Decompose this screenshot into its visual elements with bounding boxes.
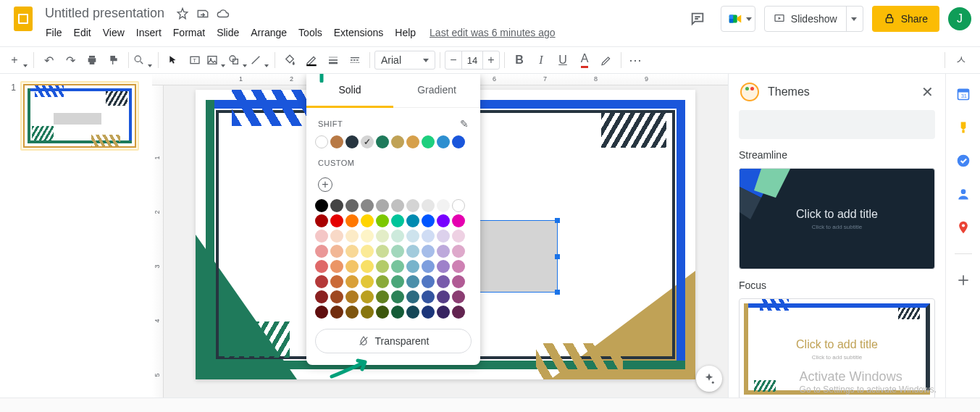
keep-icon[interactable] <box>956 120 971 135</box>
select-tool[interactable] <box>163 50 183 70</box>
palette-swatch[interactable] <box>406 260 419 273</box>
palette-swatch[interactable] <box>406 199 419 212</box>
palette-swatch[interactable] <box>422 199 435 212</box>
underline-button[interactable]: U <box>553 50 573 70</box>
palette-swatch[interactable] <box>361 214 374 227</box>
palette-swatch[interactable] <box>376 275 389 288</box>
bold-button[interactable]: B <box>509 50 529 70</box>
palette-swatch[interactable] <box>315 230 328 243</box>
italic-button[interactable]: I <box>531 50 551 70</box>
palette-swatch[interactable] <box>345 245 359 258</box>
menu-tools[interactable]: Tools <box>293 24 327 41</box>
border-color-button[interactable] <box>301 50 322 70</box>
palette-swatch[interactable] <box>452 245 465 258</box>
palette-swatch[interactable] <box>391 245 404 258</box>
slide-thumbnail-1[interactable] <box>20 81 139 151</box>
palette-swatch[interactable] <box>330 230 343 243</box>
palette-swatch[interactable] <box>437 275 450 288</box>
palette-swatch[interactable] <box>422 260 435 273</box>
palette-swatch[interactable] <box>361 260 374 273</box>
palette-swatch[interactable] <box>330 245 343 258</box>
palette-swatch[interactable] <box>345 230 359 243</box>
theme-swatch[interactable]: ✓ <box>361 135 374 148</box>
zoom-button[interactable] <box>133 50 154 70</box>
menu-slide[interactable]: Slide <box>212 24 244 41</box>
palette-swatch[interactable] <box>345 260 359 273</box>
shape-tool[interactable] <box>228 50 248 70</box>
highlight-button[interactable] <box>596 50 616 70</box>
last-edit-link[interactable]: Last edit was 6 minutes ago <box>430 27 556 38</box>
theme-swatch[interactable] <box>452 135 465 148</box>
palette-swatch[interactable] <box>391 306 404 319</box>
palette-swatch[interactable] <box>345 214 359 227</box>
cloud-status-icon[interactable] <box>217 7 230 20</box>
palette-swatch[interactable] <box>376 290 389 303</box>
theme-swatch[interactable] <box>437 135 450 148</box>
menu-arrange[interactable]: Arrange <box>246 24 292 41</box>
palette-swatch[interactable] <box>345 290 359 303</box>
palette-swatch[interactable] <box>376 306 389 319</box>
calendar-icon[interactable]: 31 <box>956 87 971 101</box>
edit-theme-colors-icon[interactable]: ✎ <box>460 118 469 130</box>
palette-swatch[interactable] <box>376 260 389 273</box>
palette-swatch[interactable] <box>437 245 450 258</box>
gradient-tab[interactable]: Gradient <box>393 74 480 107</box>
palette-swatch[interactable] <box>315 245 328 258</box>
palette-swatch[interactable] <box>391 230 404 243</box>
slideshow-button[interactable]: Slideshow <box>764 6 847 32</box>
palette-swatch[interactable] <box>391 260 404 273</box>
palette-swatch[interactable] <box>422 306 435 319</box>
theme-swatch[interactable] <box>391 135 404 148</box>
palette-swatch[interactable] <box>437 306 450 319</box>
menu-insert[interactable]: Insert <box>131 24 167 41</box>
palette-swatch[interactable] <box>437 260 450 273</box>
theme-swatch[interactable] <box>315 135 328 148</box>
more-tools-button[interactable]: ⋯ <box>626 50 646 70</box>
comments-icon[interactable] <box>683 4 712 33</box>
tasks-icon[interactable] <box>956 154 971 168</box>
doc-title[interactable]: Untitled presentation <box>41 4 169 22</box>
add-custom-color-button[interactable]: + <box>318 177 332 192</box>
palette-swatch[interactable] <box>315 290 328 303</box>
palette-swatch[interactable] <box>422 275 435 288</box>
palette-swatch[interactable] <box>452 275 465 288</box>
palette-swatch[interactable] <box>391 214 404 227</box>
new-slide-button[interactable]: + <box>9 50 29 70</box>
menu-edit[interactable]: Edit <box>69 24 96 41</box>
print-button[interactable] <box>82 50 102 70</box>
theme-streamline[interactable]: Click to add title Click to add subtitle <box>739 168 935 269</box>
palette-swatch[interactable] <box>452 306 465 319</box>
line-tool[interactable] <box>250 50 270 70</box>
palette-swatch[interactable] <box>437 230 450 243</box>
theme-swatch[interactable] <box>406 135 419 148</box>
palette-swatch[interactable] <box>452 199 465 212</box>
palette-swatch[interactable] <box>345 306 359 319</box>
palette-swatch[interactable] <box>406 290 419 303</box>
filmstrip[interactable]: 1 <box>0 74 152 398</box>
palette-swatch[interactable] <box>391 275 404 288</box>
font-select[interactable]: Arial <box>374 51 435 70</box>
theme-swatch[interactable] <box>376 135 389 148</box>
palette-swatch[interactable] <box>452 260 465 273</box>
palette-swatch[interactable] <box>422 290 435 303</box>
palette-swatch[interactable] <box>330 260 343 273</box>
theme-swatch[interactable] <box>330 135 343 148</box>
palette-swatch[interactable] <box>422 245 435 258</box>
menu-view[interactable]: View <box>98 24 130 41</box>
share-button[interactable]: Share <box>872 6 939 32</box>
palette-swatch[interactable] <box>376 245 389 258</box>
explore-button[interactable] <box>696 366 722 392</box>
menu-help[interactable]: Help <box>390 24 421 41</box>
palette-swatch[interactable] <box>330 306 343 319</box>
palette-swatch[interactable] <box>406 230 419 243</box>
transparent-button[interactable]: Transparent <box>315 329 472 353</box>
fill-color-button[interactable] <box>280 50 300 70</box>
palette-swatch[interactable] <box>315 306 328 319</box>
palette-swatch[interactable] <box>361 230 374 243</box>
font-size-decrease[interactable]: − <box>445 51 461 69</box>
palette-swatch[interactable] <box>422 214 435 227</box>
slideshow-dropdown[interactable] <box>846 6 863 32</box>
menu-file[interactable]: File <box>41 24 67 41</box>
palette-swatch[interactable] <box>391 199 404 212</box>
textbox-tool[interactable]: T <box>185 50 205 70</box>
